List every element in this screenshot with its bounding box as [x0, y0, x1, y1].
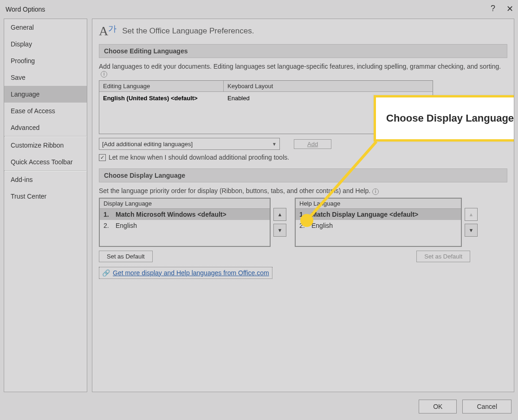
sidebar-item-display[interactable]: Display — [4, 36, 87, 52]
help-language-list[interactable]: Help Language 1. Match Display Language … — [295, 198, 462, 247]
proofing-tools-label: Let me know when I should download addit… — [109, 154, 289, 161]
display-desc: Set the language priority order for disp… — [99, 187, 507, 194]
sidebar-item-language[interactable]: Language — [4, 86, 87, 103]
help-icon[interactable]: ? — [491, 4, 495, 14]
add-button[interactable]: Add — [294, 139, 331, 149]
set-as-default-display-button[interactable]: Set as Default — [99, 251, 153, 262]
col-keyboard-layout: Keyboard Layout — [224, 81, 317, 91]
cancel-button[interactable]: Cancel — [462, 400, 512, 414]
sidebar-item-advanced[interactable]: Advanced — [4, 119, 87, 136]
help-move-down-button[interactable]: ▼ — [465, 224, 478, 237]
list-item[interactable]: 2. English — [100, 220, 270, 231]
page-heading: Set the Office Language Preferences. — [122, 26, 254, 36]
sidebar: General Display Proofing Save Language E… — [4, 19, 87, 392]
sidebar-item-quick-access-toolbar[interactable]: Quick Access Toolbar — [4, 154, 87, 170]
info-icon[interactable]: i — [372, 188, 379, 195]
display-move-up-button[interactable]: ▲ — [273, 208, 286, 221]
ok-button[interactable]: OK — [419, 400, 457, 414]
language-icon: A가 — [99, 25, 117, 38]
word-options-dialog: Word Options ? ✕ General Display Proofin… — [0, 0, 518, 420]
sidebar-item-customize-ribbon[interactable]: Customize Ribbon — [4, 137, 87, 154]
display-move-down-button[interactable]: ▼ — [273, 224, 286, 237]
list-item[interactable]: 2. English — [296, 220, 461, 231]
callout-dot — [300, 214, 313, 227]
col-editing-language: Editing Language — [99, 81, 224, 91]
link-icon: 🔗 — [102, 269, 110, 277]
sidebar-item-ease-of-access[interactable]: Ease of Access — [4, 103, 87, 119]
sidebar-item-general[interactable]: General — [4, 19, 87, 36]
close-icon[interactable]: ✕ — [506, 4, 513, 14]
display-section-header: Choose Display Language — [99, 168, 507, 182]
chevron-down-icon: ▼ — [272, 142, 277, 147]
get-more-languages-link[interactable]: 🔗 Get more display and Help languages fr… — [99, 267, 272, 279]
info-icon[interactable]: i — [101, 71, 107, 78]
proofing-tools-checkbox[interactable]: ✓ — [99, 154, 106, 161]
set-as-default-help-button[interactable]: Set as Default — [416, 251, 470, 262]
sidebar-item-save[interactable]: Save — [4, 69, 87, 86]
editing-desc: Add languages to edit your documents. Ed… — [99, 63, 507, 78]
main-panel: A가 Set the Office Language Preferences. … — [92, 19, 514, 392]
display-language-list[interactable]: Display Language 1. Match Microsoft Wind… — [99, 198, 271, 247]
list-item[interactable]: 1. Match Microsoft Windows <default> — [100, 209, 270, 220]
editing-section-header: Choose Editing Languages — [99, 44, 507, 58]
dialog-title: Word Options — [6, 6, 45, 13]
sidebar-item-addins[interactable]: Add-ins — [4, 171, 87, 188]
list-item[interactable]: 1. Match Display Language <default> — [296, 209, 461, 220]
add-language-combo[interactable]: [Add additional editing languages] ▼ — [99, 138, 280, 150]
callout-highlight: Choose Display Language — [374, 95, 514, 142]
sidebar-item-proofing[interactable]: Proofing — [4, 52, 87, 69]
titlebar: Word Options ? ✕ — [0, 0, 518, 19]
help-move-up-button[interactable]: ▲ — [465, 208, 478, 221]
sidebar-item-trust-center[interactable]: Trust Center — [4, 188, 87, 205]
